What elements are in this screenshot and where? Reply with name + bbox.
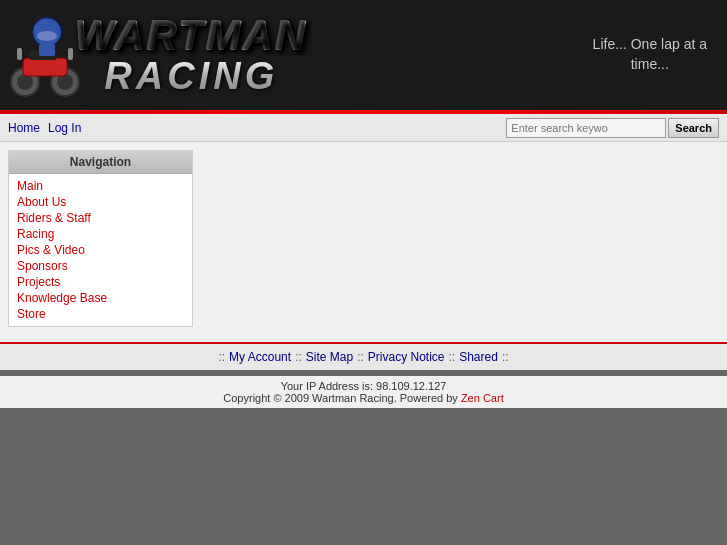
svg-point-9 (37, 31, 57, 41)
sidebar-nav: Navigation Main About Us Riders & Staff … (8, 150, 193, 327)
nav-bar: Home Log In Search (0, 114, 727, 142)
logo-text: WARTMAN RACING (75, 15, 308, 95)
sidebar: Navigation Main About Us Riders & Staff … (8, 150, 193, 334)
footer-sep: :: (502, 350, 509, 364)
list-item: Riders & Staff (17, 210, 184, 226)
footer-my-account[interactable]: My Account (229, 350, 291, 364)
footer-sep: :: (295, 350, 302, 364)
svg-rect-6 (17, 48, 22, 60)
footer-sep: :: (357, 350, 364, 364)
footer-sep: :: (449, 350, 456, 364)
search-bar: Search (506, 118, 719, 138)
list-item: Sponsors (17, 258, 184, 274)
sidebar-item-sponsors[interactable]: Sponsors (17, 259, 68, 273)
nav-links: Home Log In (8, 121, 81, 135)
footer-site-map[interactable]: Site Map (306, 350, 353, 364)
sidebar-item-riders[interactable]: Riders & Staff (17, 211, 91, 225)
site-header: WARTMAN RACING Life... One lap at a time… (0, 0, 727, 110)
svg-rect-4 (23, 58, 67, 76)
sidebar-nav-list: Main About Us Riders & Staff Racing Pics… (9, 174, 192, 326)
copyright-text: Copyright © 2009 Wartman Racing. Powered… (0, 392, 727, 404)
sidebar-item-about[interactable]: About Us (17, 195, 66, 209)
footer-links: :: My Account :: Site Map :: Privacy Not… (0, 350, 727, 364)
list-item: Pics & Video (17, 242, 184, 258)
footer-privacy[interactable]: Privacy Notice (368, 350, 445, 364)
footer-info: Your IP Address is: 98.109.12.127 Copyri… (0, 376, 727, 408)
sidebar-item-main[interactable]: Main (17, 179, 43, 193)
sidebar-item-knowledge[interactable]: Knowledge Base (17, 291, 107, 305)
atv-logo-icon (5, 10, 85, 100)
sidebar-item-store[interactable]: Store (17, 307, 46, 321)
sidebar-item-pics[interactable]: Pics & Video (17, 243, 85, 257)
list-item: About Us (17, 194, 184, 210)
main-content: Navigation Main About Us Riders & Staff … (0, 142, 727, 342)
nav-home[interactable]: Home (8, 121, 40, 135)
svg-rect-10 (39, 44, 55, 56)
sidebar-nav-header: Navigation (9, 151, 192, 174)
list-item: Racing (17, 226, 184, 242)
footer-shared[interactable]: Shared (459, 350, 498, 364)
footer-sep: :: (218, 350, 225, 364)
footer-zencart-link[interactable]: Zen Cart (461, 392, 504, 404)
ip-address: Your IP Address is: 98.109.12.127 (0, 380, 727, 392)
sidebar-item-racing[interactable]: Racing (17, 227, 54, 241)
footer-bar: :: My Account :: Site Map :: Privacy Not… (0, 342, 727, 370)
sidebar-item-projects[interactable]: Projects (17, 275, 60, 289)
svg-rect-7 (68, 48, 73, 60)
nav-login[interactable]: Log In (48, 121, 81, 135)
logo-wartman: WARTMAN (75, 15, 308, 57)
header-tagline: Life... One lap at a time... (593, 35, 727, 74)
search-input[interactable] (506, 118, 666, 138)
list-item: Projects (17, 274, 184, 290)
list-item: Main (17, 178, 184, 194)
search-button[interactable]: Search (668, 118, 719, 138)
logo-racing: RACING (104, 57, 278, 95)
list-item: Store (17, 306, 184, 322)
header-logo: WARTMAN RACING (0, 0, 308, 110)
content-area (193, 150, 719, 334)
list-item: Knowledge Base (17, 290, 184, 306)
